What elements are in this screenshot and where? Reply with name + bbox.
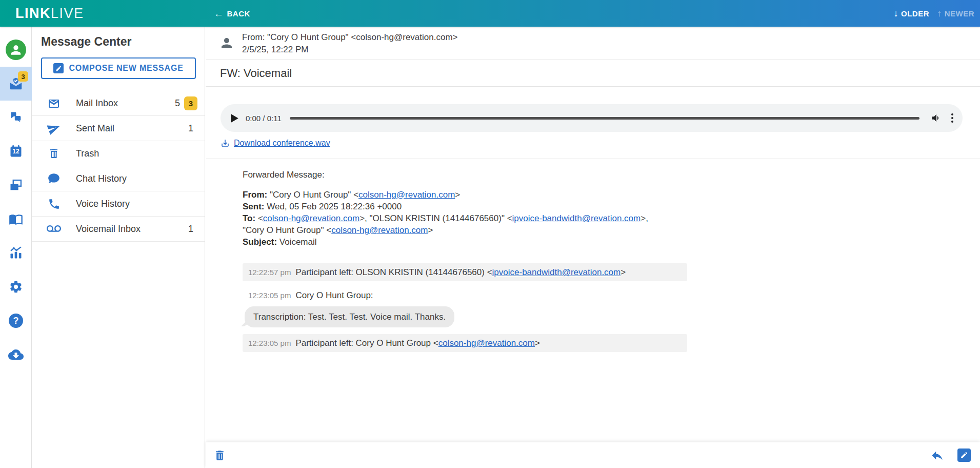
folder-label: Trash	[76, 148, 193, 159]
trash-icon	[46, 147, 62, 160]
email-link[interactable]: colson-hg@revation.com	[331, 225, 428, 235]
folder-trash[interactable]: Trash	[32, 141, 205, 166]
fwd-from-line: From: "Cory O Hunt Group" <colson-hg@rev…	[243, 189, 671, 201]
rail-item-message-center[interactable]: 3	[0, 67, 32, 101]
rail-item-profile[interactable]	[0, 33, 32, 67]
reply-button[interactable]	[930, 449, 944, 462]
send-icon	[46, 122, 62, 135]
email-link[interactable]: colson-hg@revation.com	[438, 338, 535, 348]
message-header: From: "Cory O Hunt Group" <colson-hg@rev…	[206, 27, 980, 60]
forwarded-header: From: "Cory O Hunt Group" <colson-hg@rev…	[243, 189, 671, 248]
event-text: Participant left: OLSON KRISTIN (1414467…	[295, 266, 626, 278]
message-subject: FW: Voicemail	[206, 60, 980, 87]
rail-item-settings[interactable]	[0, 270, 32, 304]
arrow-up-icon: ↑	[937, 9, 942, 18]
download-icon	[221, 139, 230, 148]
delete-message-button[interactable]	[213, 449, 226, 462]
event-participant-left: 12:23:05 pm Participant left: Cory O Hun…	[243, 334, 687, 352]
download-conference-link[interactable]: Download conference.wav	[234, 139, 330, 148]
email-link[interactable]: colson-hg@revation.com	[263, 213, 359, 223]
older-button[interactable]: ↓ OLDER	[894, 0, 930, 27]
rail-item-library[interactable]	[0, 202, 32, 236]
audio-player[interactable]: 0:00 / 0:11	[221, 104, 963, 132]
volume-icon[interactable]	[931, 112, 942, 124]
download-row: Download conference.wav	[221, 139, 963, 148]
compose-label: COMPOSE NEW MESSAGE	[69, 64, 183, 73]
panel-title: Message Center	[32, 27, 205, 49]
play-icon[interactable]	[231, 114, 238, 123]
trash-icon	[213, 449, 226, 462]
fwd-subject-line: Subject: Voicemail	[243, 236, 671, 248]
message-toolbar	[206, 442, 980, 468]
help-icon: ?	[9, 314, 23, 328]
rail-item-calendar[interactable]: 12	[0, 134, 32, 168]
folder-count: 1	[188, 224, 193, 235]
compose-button[interactable]	[957, 449, 971, 462]
gear-icon	[9, 280, 23, 294]
event-timestamp: 12:23:05 pm	[248, 289, 291, 301]
folder-voice-history[interactable]: Voice History	[32, 191, 205, 217]
cloud-download-icon	[8, 348, 24, 361]
message-center-panel: Message Center COMPOSE NEW MESSAGE Mail …	[32, 27, 205, 468]
calendar-day: 12	[9, 148, 23, 155]
reply-icon	[930, 449, 944, 462]
phone-icon	[46, 198, 62, 210]
voicemail-icon	[46, 222, 62, 236]
chat-icon	[46, 172, 62, 185]
folder-label: Chat History	[76, 173, 193, 184]
email-link[interactable]: ipvoice-bandwidth@revation.com	[492, 267, 621, 277]
calendar-icon: 12	[9, 144, 23, 159]
folder-voicemail-inbox[interactable]: Voicemail Inbox 1	[32, 217, 205, 242]
compose-icon	[53, 63, 64, 73]
message-body: Forwarded Message: From: "Cory O Hunt Gr…	[206, 159, 980, 352]
from-line: From: "Cory O Hunt Group" <colson-hg@rev…	[242, 31, 457, 44]
back-button[interactable]: ← BACK	[214, 0, 250, 27]
rail-item-help[interactable]: ?	[0, 304, 32, 338]
folder-list: Mail Inbox 5 3 Sent Mail 1 Trash Chat Hi…	[32, 91, 205, 242]
event-timestamp: 12:23:05 pm	[248, 337, 291, 349]
person-icon	[9, 43, 23, 56]
folder-count: 5	[175, 98, 180, 109]
compose-new-message-button[interactable]: COMPOSE NEW MESSAGE	[41, 57, 196, 79]
date-line: 2/5/25, 12:22 PM	[242, 44, 457, 56]
newer-button[interactable]: ↑ NEWER	[937, 0, 974, 27]
event-speaker: 12:23:05 pm Cory O Hunt Group:	[243, 289, 959, 301]
analytics-icon	[9, 246, 23, 260]
toolbar-right-actions	[930, 449, 971, 462]
folder-label: Voice History	[76, 199, 193, 209]
rail-item-analytics[interactable]	[0, 236, 32, 270]
folder-count: 1	[188, 123, 193, 134]
compose-icon	[957, 449, 971, 462]
folder-unread-badge: 3	[184, 96, 197, 110]
rail-item-downloads[interactable]	[0, 338, 32, 372]
fwd-to-line: To: <colson-hg@revation.com>, "OLSON KRI…	[243, 212, 671, 236]
mail-icon	[46, 97, 62, 109]
event-timestamp: 12:22:57 pm	[248, 266, 291, 278]
arrow-down-icon: ↓	[894, 9, 899, 18]
audio-time: 0:00 / 0:11	[246, 114, 282, 123]
back-arrow-icon: ←	[214, 9, 224, 18]
email-link[interactable]: ipvoice-bandwidth@revation.com	[512, 213, 641, 223]
forwarded-label: Forwarded Message:	[243, 169, 959, 181]
folder-label: Mail Inbox	[76, 98, 175, 109]
fwd-sent-line: Sent: Wed, 05 Feb 2025 18:22:36 +0000	[243, 201, 671, 212]
audio-menu-icon[interactable]	[949, 111, 955, 125]
sender-person-icon	[219, 35, 234, 51]
audio-seekbar[interactable]	[290, 117, 919, 120]
windows-icon	[9, 178, 23, 192]
folder-label: Sent Mail	[76, 123, 188, 134]
rail-item-chats[interactable]	[0, 101, 32, 134]
folder-chat-history[interactable]: Chat History	[32, 166, 205, 191]
event-text: Cory O Hunt Group:	[295, 289, 373, 301]
message-center-badge: 3	[18, 71, 28, 82]
newer-label: NEWER	[945, 9, 974, 18]
transcription-text: Transcription: Test. Test. Test. Voice m…	[253, 312, 446, 322]
folder-label: Voicemail Inbox	[76, 224, 188, 235]
older-label: OLDER	[901, 9, 929, 18]
from-block: From: "Cory O Hunt Group" <colson-hg@rev…	[242, 31, 457, 56]
rail-item-screens[interactable]	[0, 168, 32, 202]
folder-sent-mail[interactable]: Sent Mail 1	[32, 116, 205, 141]
email-link[interactable]: colson-hg@revation.com	[358, 190, 455, 200]
chat-bubbles-icon	[9, 110, 23, 125]
folder-mail-inbox[interactable]: Mail Inbox 5 3	[32, 91, 205, 116]
